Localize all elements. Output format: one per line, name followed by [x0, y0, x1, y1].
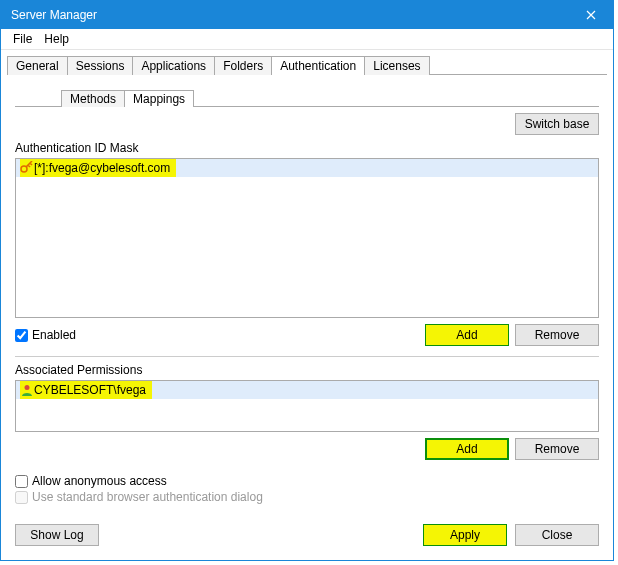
tab-content: Methods Mappings Switch base Authenticat… [1, 75, 613, 518]
remove-permission-button[interactable]: Remove [515, 438, 599, 460]
subtab-methods[interactable]: Methods [61, 90, 125, 107]
enabled-checkbox[interactable]: Enabled [15, 328, 76, 342]
remove-mask-button[interactable]: Remove [515, 324, 599, 346]
tab-sessions[interactable]: Sessions [67, 56, 134, 75]
title-bar: Server Manager [1, 1, 613, 29]
window: Server Manager File Help General Session… [0, 0, 614, 561]
tab-general[interactable]: General [7, 56, 68, 75]
associated-permissions-list[interactable]: CYBELESOFT\fvega [15, 380, 599, 432]
list-item[interactable]: CYBELESOFT\fvega [16, 381, 598, 399]
close-button[interactable]: Close [515, 524, 599, 546]
menu-file[interactable]: File [7, 30, 38, 48]
user-icon [20, 383, 34, 397]
tab-applications[interactable]: Applications [132, 56, 215, 75]
enabled-label: Enabled [32, 328, 76, 342]
switch-base-button[interactable]: Switch base [515, 113, 599, 135]
show-log-button[interactable]: Show Log [15, 524, 99, 546]
anonymous-access-input[interactable] [15, 475, 28, 488]
add-mask-button[interactable]: Add [425, 324, 509, 346]
browser-auth-input [15, 491, 28, 504]
mask-id: [*]:fvega@cybelesoft.com [34, 161, 170, 175]
browser-auth-label: Use standard browser authentication dial… [32, 490, 263, 504]
footer: Show Log Apply Close [1, 518, 613, 560]
assoc-perm-label: Associated Permissions [15, 363, 599, 377]
sub-tabs: Methods Mappings [61, 87, 599, 107]
tab-authentication[interactable]: Authentication [271, 56, 365, 75]
perm-id: CYBELESOFT\fvega [34, 383, 146, 397]
auth-id-mask-list[interactable]: [*]:fvega@cybelesoft.com [15, 158, 599, 318]
menu-help[interactable]: Help [38, 30, 75, 48]
anonymous-access-checkbox[interactable]: Allow anonymous access [15, 474, 599, 488]
svg-point-1 [25, 385, 30, 390]
enabled-input[interactable] [15, 329, 28, 342]
close-icon[interactable] [569, 1, 613, 29]
menu-bar: File Help [1, 29, 613, 50]
add-permission-button[interactable]: Add [425, 438, 509, 460]
apply-button[interactable]: Apply [423, 524, 507, 546]
auth-id-mask-label: Authentication ID Mask [15, 141, 599, 155]
list-item[interactable]: [*]:fvega@cybelesoft.com [16, 159, 598, 177]
tab-licenses[interactable]: Licenses [364, 56, 429, 75]
tab-folders[interactable]: Folders [214, 56, 272, 75]
browser-auth-checkbox: Use standard browser authentication dial… [15, 490, 599, 504]
main-tabs: General Sessions Applications Folders Au… [1, 50, 613, 75]
subtab-mappings[interactable]: Mappings [124, 90, 194, 107]
window-title: Server Manager [11, 8, 97, 22]
anonymous-access-label: Allow anonymous access [32, 474, 167, 488]
key-icon [20, 161, 34, 175]
